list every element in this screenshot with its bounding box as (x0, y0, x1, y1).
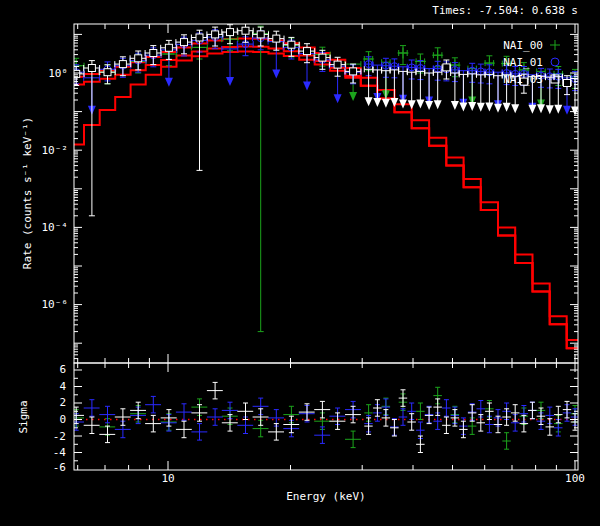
plot-title: Times: -7.504: 0.638 s (432, 4, 578, 17)
xtick-10: 10 (161, 472, 174, 485)
count-spectrum-plot: Times: -7.504: 0.638 s NAI_00 NAI_01 NAI… (0, 0, 600, 526)
stick-2: 2 (59, 396, 66, 409)
stick--2: -2 (53, 430, 66, 443)
sigma-axis-label: Sigma (17, 400, 30, 433)
stick-0: 0 (59, 413, 66, 426)
y-axis-label: Rate (counts s⁻¹ keV⁻¹) (21, 117, 34, 269)
legend-label-nai03: NAI_03 (503, 73, 543, 86)
ytick-1e-6: 10⁻⁶ (42, 298, 69, 311)
ytick-1e-2: 10⁻² (42, 144, 69, 157)
x-axis-label: Energy (keV) (286, 490, 365, 503)
stick--4: -4 (53, 446, 67, 459)
stick-6: 6 (59, 363, 66, 376)
ytick-1e0: 10⁰ (48, 67, 68, 80)
xtick-100: 100 (565, 472, 585, 485)
ytick-1e-4: 10⁻⁴ (42, 221, 69, 234)
spectral-fit-window: Times: -7.504: 0.638 s NAI_00 NAI_01 NAI… (0, 0, 600, 526)
legend-label-nai01: NAI_01 (503, 56, 543, 69)
stick--6: -6 (53, 461, 66, 474)
stick-4: 4 (59, 380, 66, 393)
legend-label-nai00: NAI_00 (503, 39, 543, 52)
